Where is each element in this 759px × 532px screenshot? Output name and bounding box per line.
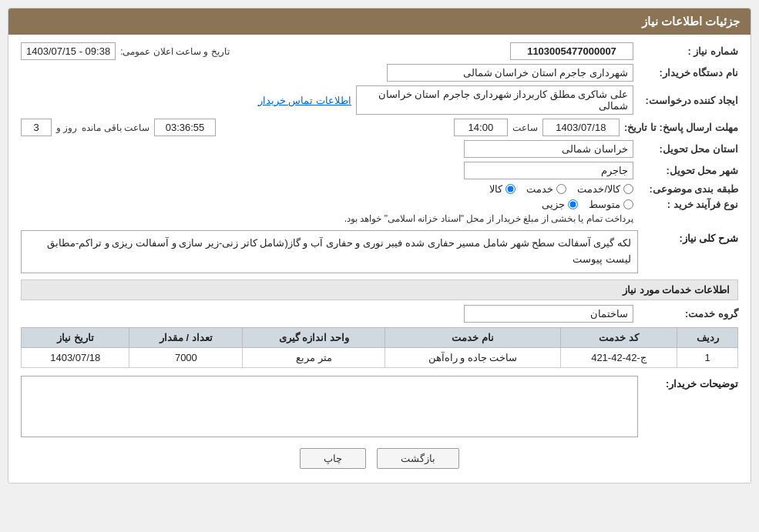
services-section-header: اطلاعات خدمات مورد نیاز (21, 279, 738, 300)
city-label: شهر محل تحویل: (638, 165, 738, 176)
table-cell-unit: متر مربع (243, 347, 385, 367)
purchase-type-label: نوع فرآیند خرید : (638, 199, 738, 210)
deadline-label: مهلت ارسال پاسخ: تا تاریخ: (624, 122, 738, 133)
announce-date-value: 1403/07/15 - 09:38 (21, 42, 116, 60)
category-option-service[interactable]: خدمت (526, 183, 566, 195)
page-title: جزئیات اطلاعات نیاز (8, 8, 751, 35)
requester-value: علی شاکری مطلق کاربرداز شهرداری جاجرم اس… (356, 85, 633, 115)
table-cell-name: ساخت جاده و راه‌آهن (385, 347, 560, 367)
buyer-notes-label: توضیحات خریدار: (638, 376, 738, 390)
deadline-date: 1403/07/18 (542, 119, 620, 136)
deadline-time: 14:00 (454, 119, 508, 136)
category-radio-group: کالا/خدمت خدمت کالا (489, 183, 633, 195)
deadline-remaining: 03:36:55 (154, 119, 216, 136)
category-radio-service[interactable] (556, 184, 566, 194)
col-header-unit: واحد اندازه گیری (243, 327, 385, 347)
table-cell-quantity: 7000 (129, 347, 243, 367)
need-number-value: 1103005477000007 (510, 42, 633, 60)
buyer-org-label: نام دستگاه خریدار: (638, 67, 738, 79)
category-label: طبقه بندی موضوعی: (638, 183, 738, 195)
province-label: استان محل تحویل: (638, 143, 738, 155)
purchase-notice: پرداخت تمام یا بخشی از مبلغ خریدار از مح… (344, 213, 633, 224)
table-cell-code: ج-42-42-421 (560, 347, 677, 367)
col-header-code: کد خدمت (560, 327, 677, 347)
category-label-khadamat: کالا/خدمت (577, 183, 620, 195)
buyer-notes-area[interactable] (21, 376, 638, 437)
deadline-days: 3 (21, 119, 52, 136)
table-cell-date: 1403/07/18 (22, 347, 129, 367)
category-radio-khadamat[interactable] (623, 184, 633, 194)
category-label-service: خدمت (526, 183, 553, 195)
need-number-label: شماره نیاز : (638, 45, 738, 57)
description-label: شرح کلی نیاز: (638, 230, 738, 244)
category-radio-kala[interactable] (505, 184, 516, 194)
col-header-row: ردیف (677, 327, 738, 347)
deadline-remaining-label: ساعت باقی مانده (82, 122, 149, 133)
city-value: جاجرم (464, 162, 633, 179)
requester-label: ایجاد کننده درخواست: (638, 95, 738, 106)
purchase-option-medium[interactable]: متوسط (589, 199, 633, 210)
description-text: لکه گیری آسفالت سطح شهر شامل مسیر حفاری … (21, 230, 638, 273)
table-row: 1ج-42-42-421ساخت جاده و راه‌آهنمتر مربع7… (22, 347, 738, 367)
services-table: ردیف کد خدمت نام خدمت واحد اندازه گیری ت… (21, 327, 738, 368)
deadline-days-label: روز و (56, 122, 77, 133)
col-header-date: تاریخ نیاز (22, 327, 129, 347)
back-button[interactable]: بازگشت (377, 448, 459, 469)
print-button[interactable]: چاپ (300, 448, 366, 469)
category-option-kala[interactable]: کالا (489, 183, 516, 195)
purchase-radio-partial[interactable] (568, 199, 578, 209)
col-header-qty: تعداد / مقدار (129, 327, 243, 347)
deadline-time-label: ساعت (512, 122, 538, 133)
purchase-option-partial[interactable]: جزیی (542, 199, 578, 210)
service-group-label: گروه خدمت: (638, 308, 738, 320)
col-header-name: نام خدمت (385, 327, 560, 347)
province-value: خراسان شمالی (464, 140, 633, 158)
buyer-org-value: شهرداری جاجرم استان خراسان شمالی (387, 64, 633, 82)
table-cell-row: 1 (677, 347, 738, 367)
category-option-khadamat[interactable]: کالا/خدمت (577, 183, 633, 195)
purchase-radio-medium[interactable] (623, 199, 633, 209)
announce-date-label: تاریخ و ساعت اعلان عمومی: (120, 46, 230, 57)
category-label-kala: کالا (489, 183, 502, 195)
service-group-value: ساختمان (464, 305, 633, 323)
purchase-label-partial: جزیی (542, 199, 565, 210)
purchase-label-medium: متوسط (589, 199, 620, 210)
action-buttons: بازگشت چاپ (21, 448, 738, 469)
contact-link[interactable]: اطلاعات تماس خریدار (258, 95, 351, 106)
purchase-type-radio-group: متوسط جزیی (344, 199, 633, 210)
